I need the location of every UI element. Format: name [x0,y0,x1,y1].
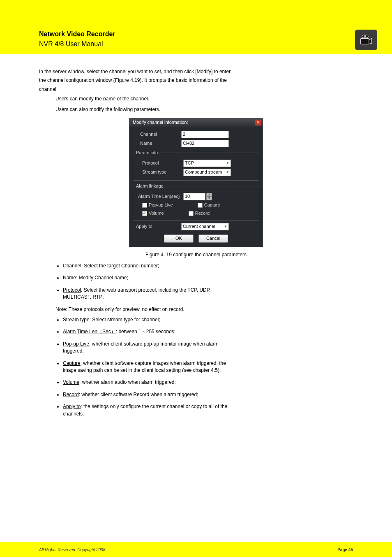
item-alarm-desc: : between 1～255 seconds; [116,329,175,334]
product-line: Network Video Recorder [39,30,115,38]
cancel-button[interactable]: Cancel [198,234,228,243]
item-apply-desc: : the settings only configure the curren… [81,404,227,409]
item-protocol-desc: : Select the web transport protocol, inc… [81,287,211,293]
item-channel-name: Channel [63,263,81,269]
dialog-modify-channel: Modify channel information: ✕ Channel 2 … [129,118,263,247]
intro-line-1: In the server window, select the channel… [39,68,353,75]
select-stream-type[interactable]: Compound stream ▼ [183,169,231,176]
item-capture-desc2: image saving path can be set in the clie… [63,367,353,374]
figure-caption: Figure 4. 19 configure the channel param… [39,251,353,258]
item-alarm-name: Alarm Time Len（Sec） [63,329,116,334]
parameter-list: Channel: Select the target Channel numbe… [63,262,353,301]
header-banner: Network Video Recorder NVR 4/8 User Manu… [0,0,392,54]
spinner-down-icon[interactable]: ▼ [206,197,212,200]
header-inner: Network Video Recorder NVR 4/8 User Manu… [0,2,392,52]
intro-sub-1: Users can modify the name of the channel… [55,95,353,102]
list-item: Alarm Time Len（Sec）: between 1～255 secon… [63,328,353,335]
item-record-name: Record [63,392,79,397]
list-item: Pop-up Live: whether client software pop… [63,341,353,355]
checkbox-box [142,203,147,208]
label-protocol: Protocol [135,160,183,167]
list-item: Volume: whether alarm audio when alarm t… [63,379,353,386]
list-item: Protocol: Select the web transport proto… [63,287,353,301]
chevron-down-icon: ▼ [226,170,229,175]
item-popup-name: Pop-up Live [63,341,89,347]
spinner-alarm-time[interactable]: 10 ▲ ▼ [183,193,212,200]
intro-sub-2: Users can also modify the following para… [55,106,353,113]
group-param-legend: Param info [135,150,159,156]
ok-button[interactable]: OK [164,234,194,243]
list-item: Stream type: Select stream type for chan… [63,316,353,323]
item-apply-name: Apply to [63,404,81,409]
label-alarm-time-len: Alarm Time Len(sec) [135,193,183,200]
checkbox-record-label: Record [195,210,210,217]
logo-icon [355,30,377,50]
item-protocol-desc2: MULTICAST, RTP; [63,294,353,301]
checkbox-box [189,211,194,216]
input-name[interactable]: CH02 [181,140,229,147]
intro-line-3: channel. [39,86,353,93]
checkbox-popup-label: Pop-up Live [149,202,173,209]
list-item: Name: Modify Channel name; [63,274,353,281]
select-protocol[interactable]: TCP ▼ [183,160,231,167]
dialog-titlebar: Modify channel information: ✕ [129,118,263,127]
group-alarm-linkage: Alarm linkage Alarm Time Len(sec) 10 ▲ ▼ [133,183,259,220]
select-stream-value: Compound stream [185,169,222,176]
item-record-desc: : whether client software Record when al… [79,392,198,397]
item-name-desc: : Modify Channel name; [76,275,128,281]
item-popup-desc2: triggered; [63,348,353,355]
item-volume-desc: : whether alarm audio when alarm trigger… [79,379,176,385]
label-channel: Channel [133,131,181,138]
label-name: Name [133,140,181,147]
item-stream-name: Stream type [63,317,90,323]
footer-page: Page 45 [337,548,353,552]
checkbox-box: ✔ [142,211,147,216]
input-channel[interactable]: 2 [181,131,229,138]
list-item: Channel: Select the target Channel numbe… [63,262,353,269]
checkbox-volume[interactable]: ✔ Volume [142,210,164,217]
dialog-title-text: Modify channel information: [133,119,188,126]
checkbox-capture[interactable]: Capture [198,202,220,209]
checkbox-capture-label: Capture [204,202,220,209]
select-protocol-value: TCP [185,160,194,167]
select-apply-value: Current channel [183,223,215,230]
group-alarm-legend: Alarm linkage [135,183,165,190]
list-item: Apply to: the settings only configure th… [63,403,353,418]
item-channel-desc: : Select the target Channel number; [81,263,159,269]
footer: All Rights Reserved. Copyright 2008. Pag… [0,542,392,557]
close-icon[interactable]: ✕ [255,120,261,125]
item-capture-name: Capture [63,360,81,366]
list-item: Record: whether client software Record w… [63,391,353,398]
label-stream-type: Stream type [135,169,183,176]
checkbox-record[interactable]: Record [189,210,210,217]
checkbox-popup-live[interactable]: Pop-up Live [142,202,173,209]
item-apply-desc2: channels. [63,411,353,418]
select-apply-to[interactable]: Current channel ▼ [181,223,229,230]
label-apply-to: Apply to [133,223,181,230]
checkbox-volume-label: Volume [149,210,164,217]
intro-line-2: the channel configuration window (Figure… [39,77,353,84]
group-param-info: Param info Protocol TCP ▼ Stream type Co [133,150,259,181]
chevron-down-icon: ▼ [226,161,229,166]
document-body: In the server window, select the channel… [0,54,392,542]
product-model: NVR 4/8 User Manual [39,40,103,48]
item-volume-name: Volume [63,379,79,385]
svg-rect-2 [360,39,369,44]
chevron-down-icon: ▼ [224,224,227,229]
spinner-value[interactable]: 10 [183,193,205,200]
item-name-name: Name [63,275,76,281]
item-capture-desc: : whether client software capture images… [81,360,226,366]
list-item: Capture: whether client software capture… [63,360,353,374]
footer-left: All Rights Reserved. Copyright 2008. [39,548,106,552]
item-popup-desc: : whether client software pop-up monitor… [89,341,219,347]
checkbox-box [198,203,203,208]
item-protocol-name: Protocol [63,287,81,293]
protocol-note: Note: These protocols only for preview, … [55,306,353,313]
item-stream-desc: : Select stream type for channel; [90,317,160,323]
